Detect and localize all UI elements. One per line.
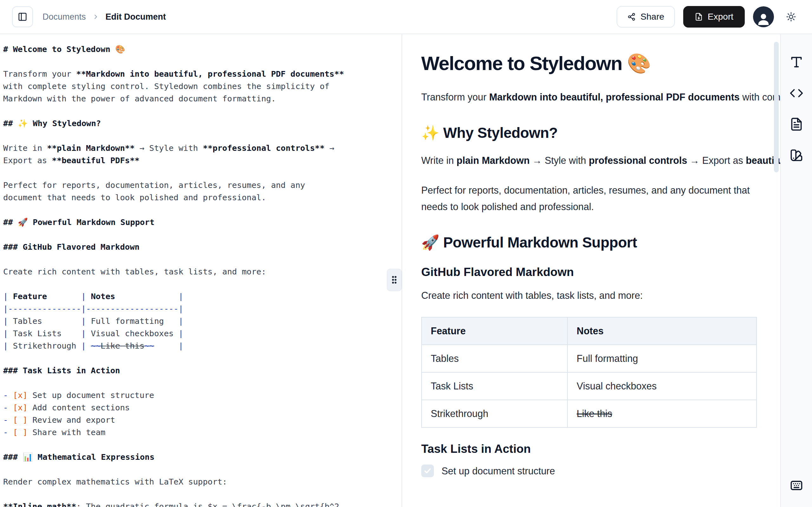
text-segment: Render complex mathematics with LaTeX su…	[3, 477, 227, 487]
editor-line[interactable]: Render complex mathematics with LaTeX su…	[3, 475, 397, 488]
text-segment: Create rich content with tables, task li…	[3, 267, 266, 276]
editor-line[interactable]: - [ ] Review and export	[3, 414, 397, 426]
tool-code[interactable]	[786, 83, 807, 103]
text-segment: 📊	[22, 452, 33, 462]
editor-line[interactable]	[3, 463, 397, 475]
sidebar-toggle-button[interactable]	[12, 6, 33, 27]
text-segment: → Style with	[135, 143, 203, 153]
table-cell: Like this	[567, 400, 757, 428]
preview-title: Welcome to Styledown 🎨	[421, 52, 757, 75]
editor-line[interactable]: - [ ] Share with team	[3, 426, 397, 439]
editor-line[interactable]: ## 🚀 Powerful Markdown Support	[3, 216, 397, 228]
text-segment: ### Task Lists in Action	[3, 366, 120, 375]
editor-line[interactable]: ## ✨ Why Styledown?	[3, 117, 397, 130]
editor-line[interactable]: Export as **beautiful PDFs**	[3, 154, 397, 167]
editor-line[interactable]: ### 📊 Mathematical Expressions	[3, 451, 397, 463]
text-segment: [x]	[13, 403, 28, 412]
text-segment: Set up document structure	[28, 390, 154, 400]
task-label: Set up document structure	[442, 465, 555, 476]
editor-line[interactable]: with complete styling control. Styledown…	[3, 80, 397, 93]
text-segment: Markdown into beautiful, professional PD…	[489, 92, 740, 102]
text-segment: Write in	[3, 143, 47, 153]
text-segment: Export as	[3, 156, 52, 165]
editor-line[interactable]	[3, 278, 397, 290]
editor-line[interactable]	[3, 204, 397, 216]
editor-line[interactable]	[3, 377, 397, 389]
editor-line[interactable]: - [x] Set up document structure	[3, 389, 397, 401]
editor-line[interactable]: Markdown with the power of advanced docu…	[3, 93, 397, 105]
text-segment: Why Styledown?	[28, 118, 101, 128]
preview-pane: Welcome to Styledown 🎨 Transform your Ma…	[402, 34, 780, 507]
code-icon	[790, 86, 803, 100]
editor-line[interactable]	[3, 439, 397, 451]
tool-swatches[interactable]	[786, 145, 807, 165]
markdown-editor[interactable]: # Welcome to Styledown 🎨 Transform your …	[0, 34, 402, 507]
editor-line[interactable]: **Inline math**: The quadratic formula i…	[3, 500, 397, 507]
text-segment: **plain Markdown**	[47, 143, 135, 153]
breadcrumb-documents[interactable]: Documents	[43, 12, 86, 22]
editor-line[interactable]: Perfect for reports, documentation, arti…	[3, 179, 397, 191]
text-segment: ~~	[144, 341, 154, 350]
preview-table-body: TablesFull formattingTask ListsVisual ch…	[421, 345, 757, 428]
editor-line[interactable]: | Strikethrough | ~~Like this~~ |	[3, 340, 397, 352]
table-cell: Visual checkboxes	[567, 372, 757, 400]
text-segment: # Welcome to Styledown	[3, 44, 115, 54]
editor-line[interactable]	[3, 55, 397, 68]
text-segment: **professional controls**	[203, 143, 324, 153]
editor-line[interactable]	[3, 488, 397, 500]
editor-line[interactable]: - [x] Add content sections	[3, 401, 397, 414]
preview-scrollbar-thumb[interactable]	[774, 42, 779, 172]
text-segment: Like this	[101, 341, 144, 350]
header-actions: Share Export	[617, 6, 800, 27]
editor-line[interactable]: # Welcome to Styledown 🎨	[3, 43, 397, 55]
text-segment: |	[81, 291, 91, 301]
text-segment: Notes	[91, 291, 115, 301]
editor-line[interactable]: | Tables | Full formatting |	[3, 315, 397, 327]
text-segment: |	[179, 341, 183, 350]
editor-line[interactable]: document that needs to look polished and…	[3, 191, 397, 204]
editor-line[interactable]: | Task Lists | Visual checkboxes |	[3, 327, 397, 340]
text-segment: → Export as	[687, 155, 746, 166]
editor-line[interactable]: |---------------|-------------------|	[3, 302, 397, 315]
document-icon	[790, 117, 803, 131]
text-segment: |---------------|-------------------|	[3, 304, 183, 314]
text-segment: -	[3, 403, 13, 412]
tools-sidebar	[780, 34, 812, 507]
task-item: Set up document structure	[421, 464, 757, 477]
editor-line[interactable]	[3, 253, 397, 266]
text-segment: |	[179, 329, 183, 338]
text-segment	[154, 341, 179, 350]
editor-line[interactable]: ### Task Lists in Action	[3, 364, 397, 377]
preview-paragraph-write: Write in plain Markdown → Style with pro…	[421, 152, 757, 169]
text-segment: Strikethrough	[13, 341, 81, 350]
tool-document[interactable]	[786, 114, 807, 134]
text-segment: Visual checkboxes	[91, 329, 178, 338]
task-checkbox[interactable]	[421, 464, 434, 477]
editor-line[interactable]	[3, 352, 397, 364]
theme-toggle-button[interactable]	[782, 8, 800, 26]
text-segment: **Markdown into beautiful, professional …	[76, 69, 344, 78]
tool-keyboard[interactable]	[786, 475, 807, 496]
text-segment: Write in	[421, 155, 456, 166]
text-segment: [ ]	[13, 428, 28, 437]
user-avatar[interactable]	[753, 6, 774, 27]
file-download-icon	[695, 13, 703, 21]
export-button[interactable]: Export	[683, 6, 745, 27]
editor-line[interactable]: Transform your **Markdown into beautiful…	[3, 68, 397, 80]
share-button[interactable]: Share	[617, 6, 675, 27]
pane-resize-handle[interactable]	[387, 269, 402, 291]
editor-line[interactable]: Create rich content with tables, task li…	[3, 266, 397, 278]
preview-table-head: FeatureNotes	[421, 317, 757, 345]
text-segment: |	[179, 316, 183, 326]
editor-line[interactable]	[3, 228, 397, 241]
editor-line[interactable]	[3, 105, 397, 117]
text-segment: ##	[3, 118, 18, 128]
tool-typography[interactable]	[786, 52, 807, 72]
text-segment: Share with team	[28, 428, 106, 437]
editor-line[interactable]	[3, 167, 397, 179]
editor-line[interactable]: ### GitHub Flavored Markdown	[3, 241, 397, 253]
editor-line[interactable]	[3, 130, 397, 142]
editor-line[interactable]: | Feature | Notes |	[3, 290, 397, 302]
text-segment: Full formatting	[91, 316, 178, 326]
editor-line[interactable]: Write in **plain Markdown** → Style with…	[3, 142, 397, 154]
